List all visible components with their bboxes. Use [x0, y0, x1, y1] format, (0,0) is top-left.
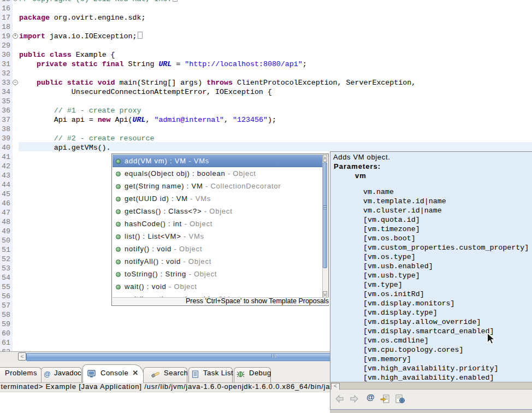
svg-text:@: @ [44, 370, 51, 378]
